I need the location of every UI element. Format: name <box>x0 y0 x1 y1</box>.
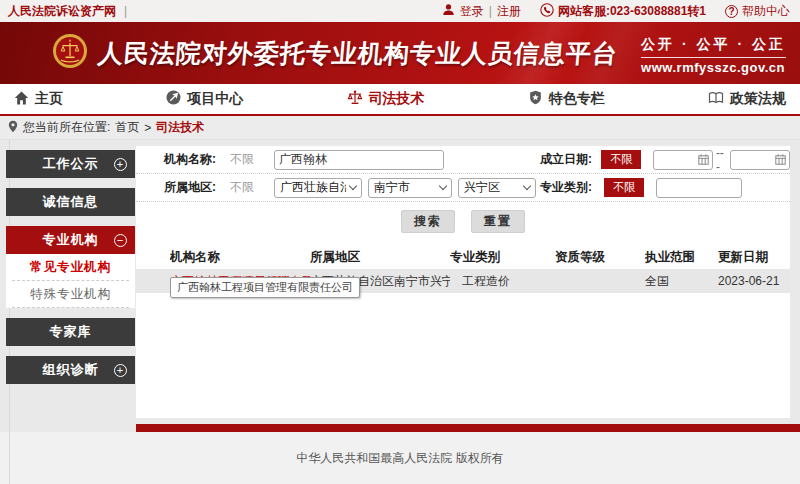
submenu-item-special-orgs[interactable]: 特殊专业机构 <box>12 281 129 308</box>
collapse-minus-icon <box>114 234 127 247</box>
expand-plus-icon <box>114 364 127 377</box>
site-url: www.rmfysszc.gov.cn <box>641 60 786 75</box>
org-name-tooltip: 广西翰林工程项目管理有限责任公司 <box>170 277 360 298</box>
nav-item-project-center[interactable]: 项目中心 <box>166 90 243 108</box>
location-pin-icon <box>8 120 18 136</box>
district-select[interactable]: 兴宁区 <box>458 178 536 198</box>
breadcrumb-home-link[interactable]: 首页 <box>115 119 139 136</box>
city-select[interactable]: 南宁市 <box>368 178 452 198</box>
book-icon <box>708 91 724 108</box>
category-label: 专业类别: <box>540 179 604 196</box>
main-region: 工作公示 诚信信息 专业机构 常见专业机构 特殊专业机构 专家库 组织诊断 <box>0 140 800 432</box>
date-to-input[interactable] <box>730 150 790 170</box>
province-select[interactable]: 广西壮族自治 <box>274 178 362 198</box>
badge-star-icon <box>528 90 543 108</box>
col-region: 所属地区 <box>310 249 450 266</box>
date-range-separator: --- <box>716 146 727 174</box>
search-button[interactable]: 搜索 <box>401 210 455 233</box>
slogan-divider <box>641 57 786 58</box>
home-icon <box>14 91 29 108</box>
login-register-divider: | <box>489 4 492 18</box>
breadcrumb-separator: > <box>144 121 151 135</box>
content-panel: 机构名称: 不限 成立日期: 不限 --- 所属地区: 不限 广西壮族自治 <box>136 146 790 418</box>
chevron-down-icon <box>349 182 357 190</box>
page-footer: 中华人民共和国最高人民法院 版权所有 <box>0 432 800 484</box>
org-name-label: 机构名称: <box>164 151 230 168</box>
nav-item-featured-column[interactable]: 特色专栏 <box>528 90 605 108</box>
asset-site-link[interactable]: 人民法院诉讼资产网 <box>8 3 116 20</box>
org-name-unlimited-option[interactable]: 不限 <box>230 151 274 168</box>
col-updated: 更新日期 <box>718 249 788 266</box>
hotline: 网站客服:023-63088881转1 <box>540 3 706 20</box>
reset-button[interactable]: 重置 <box>471 210 525 233</box>
platform-title: 人民法院对外委托专业机构专业人员信息平台 <box>97 37 620 70</box>
breadcrumb-prefix: 您当前所在位置: <box>23 119 110 136</box>
chevron-down-icon <box>523 182 531 190</box>
filter-row-org-name: 机构名称: 不限 成立日期: 不限 --- <box>136 146 790 174</box>
org-updated-value: 2023-06-21 <box>718 274 788 288</box>
category-input[interactable] <box>656 178 742 198</box>
topbar-divider: | <box>124 4 127 18</box>
sidebar: 工作公示 诚信信息 专业机构 常见专业机构 特殊专业机构 专家库 组织诊断 <box>6 150 135 394</box>
chevron-down-icon <box>439 182 447 190</box>
region-unlimited-option[interactable]: 不限 <box>230 179 274 196</box>
breadcrumb: 您当前所在位置: 首页 > 司法技术 <box>0 116 800 140</box>
calendar-icon <box>698 154 709 165</box>
col-org-name: 机构名称 <box>170 249 310 266</box>
sidebar-item-integrity-info[interactable]: 诚信信息 <box>6 188 135 216</box>
nav-item-judicial-tech[interactable]: 司法技术 <box>347 90 425 109</box>
col-category: 专业类别 <box>450 249 555 266</box>
org-scope-value: 全国 <box>645 273 718 290</box>
col-grade: 资质等级 <box>555 249 645 266</box>
help-icon <box>725 5 738 18</box>
project-center-icon <box>166 90 181 108</box>
login-link[interactable]: 登录 <box>460 3 484 20</box>
copyright-text: 中华人民共和国最高人民法院 版权所有 <box>296 450 503 467</box>
hotline-text: 网站客服:023-63088881转1 <box>558 3 706 20</box>
date-from-input[interactable] <box>653 150 713 170</box>
category-unlimited-button[interactable]: 不限 <box>604 178 644 197</box>
nav-item-policy[interactable]: 政策法规 <box>708 90 786 108</box>
sidebar-item-professional-orgs[interactable]: 专业机构 <box>6 226 135 254</box>
col-scope: 执业范围 <box>645 249 718 266</box>
phone-icon <box>540 3 554 20</box>
content-bottom-red-bar <box>136 424 800 432</box>
filter-actions: 搜索 重置 <box>136 210 790 233</box>
org-name-input[interactable] <box>274 150 444 170</box>
professional-orgs-submenu: 常见专业机构 特殊专业机构 <box>6 254 135 308</box>
primary-nav: 主页 项目中心 司法技术 特色专栏 政策法规 <box>0 84 800 116</box>
sidebar-item-work-publicity[interactable]: 工作公示 <box>6 150 135 178</box>
help-link[interactable]: 帮助中心 <box>742 3 790 20</box>
user-icon <box>442 3 455 19</box>
slogan-text: 公开 · 公平 · 公正 <box>641 36 786 54</box>
submenu-item-common-orgs[interactable]: 常见专业机构 <box>12 254 129 281</box>
founding-date-label: 成立日期: <box>540 151 601 168</box>
scales-of-justice-icon <box>347 90 363 109</box>
breadcrumb-current: 司法技术 <box>156 119 204 136</box>
calendar-icon <box>775 154 786 165</box>
org-category-value: 工程造价 <box>450 273 555 290</box>
expand-plus-icon <box>114 158 127 171</box>
top-utility-bar: 人民法院诉讼资产网 | 登录 | 注册 网站客服:023-63088881转1 … <box>0 0 800 22</box>
table-header-row: 机构名称 所属地区 专业类别 资质等级 执业范围 更新日期 <box>136 245 790 269</box>
region-label: 所属地区: <box>164 179 230 196</box>
sidebar-item-expert-pool[interactable]: 专家库 <box>6 318 135 346</box>
filter-row-region: 所属地区: 不限 广西壮族自治 南宁市 兴宁区 专业类别: 不限 <box>136 174 790 202</box>
court-emblem-logo <box>52 33 88 73</box>
founding-date-unlimited-button[interactable]: 不限 <box>601 150 641 169</box>
site-banner: 人民法院对外委托专业机构专业人员信息平台 公开 · 公平 · 公正 www.rm… <box>0 22 800 84</box>
register-link[interactable]: 注册 <box>497 3 521 20</box>
help-center[interactable]: 帮助中心 <box>725 3 790 20</box>
sidebar-item-org-diagnosis[interactable]: 组织诊断 <box>6 356 135 384</box>
nav-item-home[interactable]: 主页 <box>14 90 63 108</box>
